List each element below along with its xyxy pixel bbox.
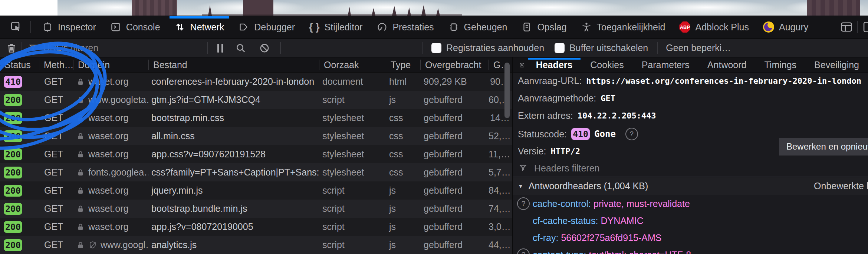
type-filter-button[interactable]	[406, 46, 417, 50]
request-row[interactable]: 200 GET www.googleta… gtm.js?id=GTM-KJM3…	[0, 91, 512, 109]
help-icon[interactable]: ?	[625, 128, 638, 140]
tab-opslag[interactable]: Opslag	[514, 16, 573, 39]
file-cell: bootstrap.bundle.min.js	[148, 203, 319, 214]
detail-tab-antwoord[interactable]: Antwoord	[698, 57, 756, 73]
request-row[interactable]: 200 GET waset.org all.min.css stylesheet…	[0, 127, 512, 145]
column-header-status[interactable]: Status	[0, 60, 39, 70]
tab-netwerk[interactable]: Netwerk	[167, 16, 231, 39]
headers-filter-input[interactable]	[533, 163, 868, 174]
type-filter-button[interactable]	[312, 46, 323, 50]
type-filter-button[interactable]	[299, 46, 310, 50]
tab-toegankelijkheid[interactable]: Toegankelijkheid	[574, 16, 673, 39]
column-header-type[interactable]: Type	[386, 60, 420, 70]
column-header-file[interactable]: Bestand	[148, 60, 319, 70]
type-filter-button[interactable]	[392, 46, 404, 50]
request-row[interactable]: 410 GET waset.org conferences-in-februar…	[0, 73, 512, 91]
help-icon[interactable]: ?	[517, 248, 530, 254]
request-row[interactable]: 200 GET www.googl… analytics.js	[0, 236, 512, 254]
header-row[interactable]: ? content-type: text/html; charset=UTF-8	[513, 246, 868, 254]
url-filter-input[interactable]	[42, 42, 203, 54]
status-cell: 200	[0, 130, 39, 142]
tower-shape	[807, 0, 860, 16]
header-value: 56602f275a6fd915-AMS	[561, 233, 661, 243]
header-row[interactable]: cf-cache-status: DYNAMIC	[513, 212, 868, 229]
tab-geheugen[interactable]: Geheugen	[441, 16, 514, 39]
lock-icon	[76, 132, 85, 141]
type-cell: css	[386, 167, 420, 178]
detail-tab-parameters[interactable]: Parameters	[633, 57, 698, 73]
request-row[interactable]: 200 GET waset.org bootstrap.bundle.min.j…	[0, 200, 512, 218]
detail-tab-headers[interactable]: Headers	[527, 57, 582, 73]
cause-cell: document	[319, 76, 386, 87]
status-cell: 200	[0, 185, 39, 197]
request-row[interactable]: 200 GET fonts.googlea… css?family=PT+San…	[0, 163, 512, 181]
type-filter-button[interactable]	[286, 46, 297, 50]
domain-text: waset.org	[88, 185, 128, 196]
detail-tab-cookies[interactable]: Cookies	[581, 57, 632, 73]
tab-debugger[interactable]: Debugger	[231, 16, 302, 39]
type-filter-button[interactable]	[379, 46, 390, 50]
type-filter-button[interactable]	[326, 46, 337, 50]
status-cell: 200	[0, 239, 39, 251]
type-cell: js	[386, 221, 420, 232]
persist-logs-checkbox[interactable]: Registraties aanhouden	[431, 43, 544, 53]
domain-cell: www.googl…	[73, 240, 148, 250]
column-header-transferred[interactable]: Overgebracht	[420, 60, 489, 70]
help-icon[interactable]: ?	[517, 197, 530, 210]
file-cell: analytics.js	[148, 240, 319, 250]
request-row[interactable]: 200 GET waset.org jquery.min.js script j…	[0, 181, 512, 200]
column-header-domain[interactable]: Domein	[73, 60, 148, 70]
throttling-dropdown[interactable]: Geen beperki…	[666, 43, 731, 53]
header-row[interactable]: cf-ray: 56602f275a6fd915-AMS	[513, 229, 868, 246]
request-row[interactable]: 200 GET waset.org app.css?v=090762019152…	[0, 145, 512, 163]
tab-adblock-plus[interactable]: ABP Adblock Plus	[672, 16, 756, 39]
device-icon[interactable]	[861, 21, 868, 33]
divider	[422, 42, 423, 54]
tab-inspector[interactable]: Inspector	[35, 16, 103, 39]
response-headers-section[interactable]: ▼ Antwoordheaders (1,004 KB) Onbewerkte …	[513, 177, 868, 195]
console-icon	[110, 21, 121, 33]
method-cell: GET	[39, 240, 73, 250]
request-method-row: Aanvraagmethode: GET	[518, 93, 615, 104]
type-cell: js	[386, 203, 420, 214]
disable-cache-checkbox[interactable]: Buffer uitschakelen	[555, 43, 648, 53]
status-code-row: Statuscode: 410 Gone ?	[518, 128, 638, 140]
cause-cell: stylesheet	[319, 131, 386, 141]
table-scrollbar-thumb[interactable]	[504, 63, 510, 118]
tab-prestaties[interactable]: Prestaties	[369, 16, 441, 39]
dock-side-icon[interactable]	[840, 20, 853, 34]
detail-tab-timings[interactable]: Timings	[755, 57, 805, 73]
inspector-icon	[42, 21, 53, 33]
type-filter-button[interactable]	[352, 46, 364, 50]
request-row[interactable]: 200 GET waset.org app.js?v=080720190005 …	[0, 218, 512, 236]
block-requests-icon[interactable]	[259, 42, 270, 54]
edit-resend-button[interactable]: Bewerken en opnieuw	[779, 138, 868, 156]
tab-console[interactable]: Console	[103, 16, 167, 39]
pause-traffic-icon[interactable]	[217, 44, 223, 53]
request-row[interactable]: 200 GET waset.org bootstrap.min.css styl…	[0, 109, 512, 127]
cloud-shape	[473, 0, 629, 15]
node-picker-button[interactable]	[6, 16, 27, 39]
type-filter-button[interactable]	[339, 46, 350, 50]
tab-augury[interactable]: Augury	[756, 16, 815, 39]
detail-play-icon[interactable]	[519, 60, 525, 71]
tab-stijleditor[interactable]: { } Stijleditor	[302, 16, 369, 39]
domain-text: waset.org	[88, 149, 128, 160]
type-filter-button[interactable]	[366, 46, 377, 50]
search-icon[interactable]	[235, 42, 247, 54]
cause-cell: stylesheet	[319, 149, 386, 160]
header-text: cache-control: private, must-revalidate	[533, 198, 868, 209]
size-cell: 84,…	[489, 185, 512, 196]
size-cell: 44,…	[489, 240, 512, 250]
column-header-cause[interactable]: Oorzaak	[319, 60, 386, 70]
detail-tab-beveiliging[interactable]: Beveiliging	[805, 57, 868, 73]
clear-requests-trash-icon[interactable]	[5, 42, 18, 54]
header-row[interactable]: ? cache-control: private, must-revalidat…	[513, 195, 868, 212]
type-cell: html	[386, 76, 420, 87]
method-cell: GET	[39, 76, 73, 87]
header-text: cf-ray: 56602f275a6fd915-AMS	[533, 233, 868, 243]
tab-label: Prestaties	[392, 22, 434, 33]
raw-headers-toggle[interactable]: Onbewerkte hea	[814, 181, 868, 191]
header-text: cf-cache-status: DYNAMIC	[533, 215, 868, 226]
column-header-method[interactable]: Meth…	[39, 60, 73, 70]
